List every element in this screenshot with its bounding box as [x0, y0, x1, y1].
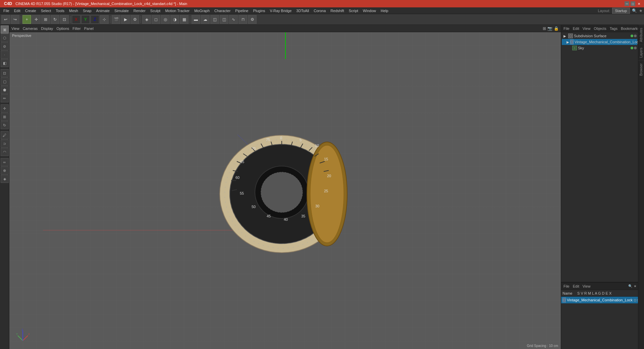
wrap-tool[interactable]: ◈ — [1, 175, 9, 183]
menu-corona[interactable]: Corona — [312, 8, 328, 13]
smooth-tool[interactable]: ⊃ — [1, 140, 9, 148]
obj-objects-menu[interactable]: Objects — [593, 27, 607, 31]
rbp-file-btn[interactable]: File — [562, 284, 571, 288]
rbp-edit-btn[interactable]: Edit — [572, 284, 580, 288]
render-view-btn[interactable]: 🎬 — [112, 15, 120, 24]
obj-edit-menu[interactable]: Edit — [572, 27, 580, 31]
background-btn[interactable]: ◫ — [210, 15, 219, 24]
menu-simulate[interactable]: Simulate — [112, 8, 131, 13]
menu-vray[interactable]: V-Ray Bridge — [268, 8, 294, 13]
vp-menu-cameras[interactable]: Cameras — [23, 27, 38, 31]
minimize-button[interactable]: ─ — [625, 1, 629, 6]
rbp-toggle-1[interactable]: ⊡ — [634, 298, 636, 302]
obj-file-menu[interactable]: File — [562, 27, 571, 31]
pen-tool[interactable]: 🖊 — [1, 131, 9, 139]
vp-menu-filter[interactable]: Filter — [72, 27, 80, 31]
vp-menu-view[interactable]: View — [11, 27, 19, 31]
light-btn[interactable]: ◎ — [161, 15, 170, 24]
texture-btn[interactable]: ▦ — [180, 15, 189, 24]
coord-btn[interactable]: ⊹ — [100, 15, 109, 24]
rbp-view-btn[interactable]: View — [582, 284, 592, 288]
menu-file[interactable]: File — [1, 8, 11, 13]
obj-view-menu[interactable]: View — [582, 27, 592, 31]
menu-tools[interactable]: Tools — [54, 8, 66, 13]
render-settings-btn[interactable]: ⚙ — [130, 15, 139, 24]
menu-character[interactable]: Character — [212, 8, 232, 13]
poly-select-btn[interactable]: ⬟ — [1, 86, 9, 94]
rbp-star-icon[interactable]: ★ — [634, 284, 637, 288]
menu-snap[interactable]: Snap — [81, 8, 94, 13]
menu-animate[interactable]: Animate — [94, 8, 112, 13]
render-btn[interactable]: ▶ — [121, 15, 130, 24]
magnet-tool[interactable]: ⊕ — [1, 166, 9, 174]
tree-item-lock[interactable]: ▶ ⬡ Vintage_Mechanical_Combination_Lock — [562, 39, 637, 45]
viewport-camera-icon[interactable]: 📷 — [547, 26, 552, 31]
vp-menu-options[interactable]: Options — [56, 27, 69, 31]
rbp-selected-row[interactable]: ⬡ Vintage_Mechanical_Combination_Lock ⊡ … — [561, 297, 638, 303]
close-button[interactable]: ✕ — [637, 1, 641, 6]
floor-btn[interactable]: ▬ — [192, 15, 200, 24]
menu-3dtoall[interactable]: 3DToAll — [294, 8, 311, 13]
live-select-btn[interactable]: ⊡ — [1, 69, 9, 77]
select-tool[interactable]: ⊡ — [60, 15, 69, 24]
menu-select[interactable]: Select — [39, 8, 53, 13]
model-mode-btn[interactable]: ▣ — [1, 26, 9, 34]
undo-button[interactable]: ↩ — [1, 15, 10, 24]
x-axis-btn[interactable]: X — [72, 15, 80, 24]
tab-browser[interactable]: Browser — [638, 60, 644, 79]
viewport-maximize-icon[interactable]: ⊞ — [543, 26, 546, 31]
move-tool[interactable]: ✛ — [32, 15, 41, 24]
material-btn[interactable]: ◑ — [170, 15, 179, 24]
maximize-button[interactable]: □ — [631, 1, 635, 6]
tab-attributes[interactable]: Attributes — [638, 25, 644, 45]
move-tool-side[interactable]: ✛ — [1, 104, 9, 112]
edge-mode-btn[interactable]: ⊘ — [1, 42, 9, 50]
scale-tool-side[interactable]: ⊞ — [1, 113, 9, 121]
search-icon[interactable]: 🔍 — [632, 8, 637, 13]
viewport-canvas[interactable]: Perspective — [9, 32, 561, 349]
menu-help[interactable]: Help — [379, 8, 390, 13]
y-axis-btn[interactable]: Y — [81, 15, 90, 24]
menu-motion-tracker[interactable]: Motion Tracker — [163, 8, 192, 13]
tree-item-sky[interactable]: ○ Sky — [562, 45, 637, 51]
rect-select-btn[interactable]: ▢ — [1, 78, 9, 86]
brush-tool[interactable]: ◠ — [1, 148, 9, 156]
rbp-search-icon[interactable]: 🔍 — [628, 284, 632, 288]
layout-dropdown[interactable]: Startup — [612, 8, 630, 14]
star-icon[interactable]: ★ — [639, 8, 643, 13]
menu-pipeline[interactable]: Pipeline — [233, 8, 250, 13]
twist-tool[interactable]: ∞ — [1, 158, 9, 166]
redo-button[interactable]: ↪ — [11, 15, 19, 24]
rotate-tool[interactable]: ↻ — [51, 15, 59, 24]
add-object-button[interactable]: + — [22, 15, 31, 24]
point-mode-btn[interactable]: · — [1, 51, 9, 59]
tab-layers[interactable]: Layers — [638, 45, 644, 60]
sky-btn[interactable]: ☁ — [201, 15, 210, 24]
menu-plugins[interactable]: Plugins — [251, 8, 267, 13]
uv-mode-btn[interactable]: ◧ — [1, 59, 9, 67]
display-mode-btn[interactable]: ◈ — [142, 15, 151, 24]
foreground-btn[interactable]: ◫ — [220, 15, 228, 24]
generator-btn[interactable]: ⚙ — [248, 15, 257, 24]
obj-tags-menu[interactable]: Tags — [609, 27, 619, 31]
menu-render[interactable]: Render — [131, 8, 148, 13]
tree-item-subdivision[interactable]: ▶ ⬡ Subdivision Surface — [562, 33, 637, 39]
z-axis-btn[interactable]: Z — [91, 15, 99, 24]
vp-menu-display[interactable]: Display — [41, 27, 53, 31]
free-select-btn[interactable]: ✏ — [1, 94, 9, 102]
spline-btn[interactable]: ∿ — [229, 15, 238, 24]
obj-bookmarks-menu[interactable]: Bookmarks — [620, 27, 640, 31]
menu-create[interactable]: Create — [23, 8, 38, 13]
menu-mograph[interactable]: MoGraph — [192, 8, 212, 13]
mesh-mode-btn[interactable]: ⬡ — [1, 34, 9, 42]
menu-sculpt[interactable]: Sculpt — [148, 8, 163, 13]
menu-edit[interactable]: Edit — [12, 8, 22, 13]
menu-window[interactable]: Window — [361, 8, 378, 13]
menu-redshift[interactable]: Redshift — [328, 8, 346, 13]
menu-mesh[interactable]: Mesh — [67, 8, 80, 13]
deformer-btn[interactable]: ⊓ — [238, 15, 247, 24]
scale-tool[interactable]: ⊞ — [41, 15, 50, 24]
wireframe-btn[interactable]: ◻ — [152, 15, 160, 24]
vp-menu-panel[interactable]: Panel — [84, 27, 94, 31]
rotate-tool-side[interactable]: ↻ — [1, 121, 9, 129]
